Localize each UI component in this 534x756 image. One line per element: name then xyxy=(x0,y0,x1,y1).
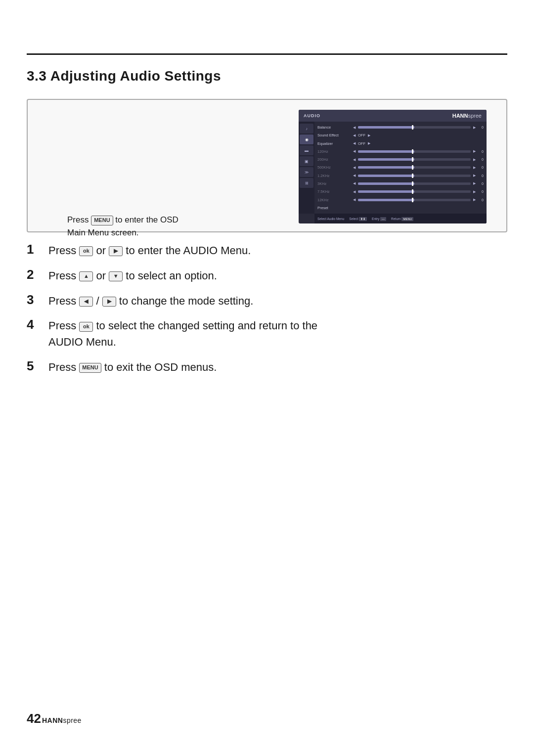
osd-row-balance: Balance ◀ ▶ 0 xyxy=(317,124,484,131)
step-5-number: 5 xyxy=(27,359,48,373)
menu-key-badge: MENU xyxy=(91,216,113,225)
step-2: 2 Press ▲ or ▼ to select an option. xyxy=(27,267,507,284)
osd-header: AUDIO HANNspree xyxy=(299,110,487,122)
down-key-2: ▼ xyxy=(109,271,123,281)
osd-rows: Balance ◀ ▶ 0 Sound Effect ◀ OFF ▶ xyxy=(314,122,487,214)
osd-footer: Select Audio Menu Select ⬆⬇ Entry — Retu… xyxy=(314,214,487,223)
ok-key-4: ok xyxy=(79,322,93,332)
osd-row-200hz: 200Hz ◀ ▶ 0 xyxy=(317,156,484,163)
osd-footer-return-item: Return MENU xyxy=(391,217,413,221)
step-2-text: Press ▲ or ▼ to select an option. xyxy=(48,267,507,284)
osd-icons-sidebar: ♪ ◉ ▬ ▣ ≫ ⊞ xyxy=(299,122,314,214)
osd-row-500khz: 500KHz ◀ ▶ 0 xyxy=(317,164,484,171)
step-5: 5 Press MENU to exit the OSD menus. xyxy=(27,359,507,375)
osd-brand: HANNspree xyxy=(452,113,482,119)
left-key-3: ◀ xyxy=(79,297,93,307)
footer-brand-bold: HANN xyxy=(42,716,63,724)
up-key-2: ▲ xyxy=(79,271,93,281)
osd-row-12khz: 1.2KHz ◀ ▶ 0 xyxy=(317,172,484,179)
osd-footer-select-label: Select Audio Menu xyxy=(317,217,344,221)
osd-row-preset: Preset xyxy=(317,204,484,212)
ok-key-1: ok xyxy=(79,246,93,256)
press-description: Press MENU to enter the OSD Main Menu sc… xyxy=(67,214,178,239)
osd-icon-5: ≫ xyxy=(300,167,313,177)
footer-brand-light: spree xyxy=(63,716,82,724)
menu-key-5: MENU xyxy=(79,363,101,373)
step-1-number: 1 xyxy=(27,242,48,257)
osd-icon-1: ♪ xyxy=(300,124,313,133)
osd-icon-2: ◉ xyxy=(300,134,313,144)
page-footer: 42 HANNspree xyxy=(27,711,82,726)
top-rule xyxy=(27,53,507,55)
step-1: 1 Press ok or ▶ to enter the AUDIO Menu. xyxy=(27,242,507,259)
osd-row-sound-effect: Sound Effect ◀ OFF ▶ xyxy=(317,132,484,139)
osd-audio-label: AUDIO xyxy=(304,113,320,118)
footer-brand: HANNspree xyxy=(42,716,82,724)
step-4-number: 4 xyxy=(27,317,48,332)
right-key-3: ▶ xyxy=(102,297,116,307)
osd-screen: AUDIO HANNspree ♪ ◉ ▬ ▣ ≫ ⊞ Balance ◀ xyxy=(299,110,487,223)
osd-row-equalizer: Equalizer ◀ OFF ▶ xyxy=(317,140,484,147)
step-5-text: Press MENU to exit the OSD menus. xyxy=(48,359,507,375)
right-key-1: ▶ xyxy=(109,246,123,256)
step-4-text: Press ok to select the changed setting a… xyxy=(48,317,507,350)
steps-area: 1 Press ok or ▶ to enter the AUDIO Menu.… xyxy=(27,242,507,384)
section-title: 3.3 Adjusting Audio Settings xyxy=(27,68,221,84)
osd-icon-4: ▣ xyxy=(300,156,313,166)
step-3: 3 Press ◀ / ▶ to change the mode setting… xyxy=(27,293,507,309)
osd-row-75khz: 7.5KHz ◀ ▶ 0 xyxy=(317,188,484,195)
osd-content: ♪ ◉ ▬ ▣ ≫ ⊞ Balance ◀ ▶ 0 xyxy=(299,122,487,214)
footer-page-number: 42 xyxy=(27,711,41,726)
osd-footer-select-item: Select ⬆⬇ xyxy=(349,217,367,221)
step-2-number: 2 xyxy=(27,267,48,282)
osd-row-12khz-high: 12KHz ◀ ▶ 0 xyxy=(317,196,484,203)
step-3-number: 3 xyxy=(27,293,48,307)
osd-row-120hz: 120Hz ◀ ▶ 0 xyxy=(317,148,484,155)
osd-icon-6: ⊞ xyxy=(300,178,313,188)
step-3-text: Press ◀ / ▶ to change the mode setting. xyxy=(48,293,507,309)
step-1-text: Press ok or ▶ to enter the AUDIO Menu. xyxy=(48,242,507,259)
osd-screenshot-box: Press MENU to enter the OSD Main Menu sc… xyxy=(27,99,507,232)
osd-row-3khz: 3KHz ◀ ▶ 0 xyxy=(317,180,484,187)
step-4: 4 Press ok to select the changed setting… xyxy=(27,317,507,350)
osd-footer-entry-item: Entry — xyxy=(372,217,386,221)
osd-icon-3: ▬ xyxy=(300,145,313,155)
